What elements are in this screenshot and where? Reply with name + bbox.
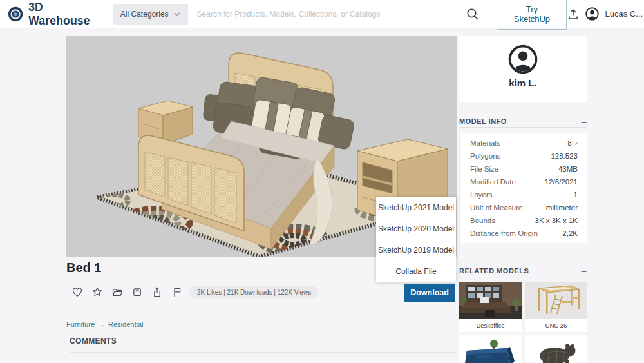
page-title: Bed 1	[66, 260, 101, 275]
download-option-2020[interactable]: SketchUp 2020 Model	[376, 218, 456, 239]
info-value: millimeter	[546, 204, 578, 211]
star-icon	[91, 286, 103, 298]
flag-icon	[171, 286, 183, 298]
share-icon	[151, 286, 163, 298]
warehouse-logo-icon	[8, 6, 23, 23]
section-divider	[459, 277, 587, 277]
categories-label: All Categories	[120, 10, 169, 19]
favorite-button[interactable]	[91, 286, 103, 298]
download-option-2019[interactable]: SketchUp 2019 Model	[376, 239, 456, 260]
info-label: Bounds	[470, 217, 535, 224]
info-value: 3K x 3K x 1K	[535, 217, 578, 224]
model-info-header[interactable]: MODEL INFO –	[459, 116, 587, 126]
info-row-bounds: Bounds 3K x 3K x 1K	[461, 214, 587, 227]
info-row-filesize: File Size 43MB	[461, 162, 587, 175]
model-actions	[71, 286, 183, 298]
related-model-deskoffice[interactable]: Deskoffice	[459, 282, 522, 332]
minus-icon[interactable]: –	[582, 266, 587, 276]
chevron-down-icon	[174, 12, 180, 16]
username-label[interactable]: Lucas C...	[605, 9, 643, 19]
related-models-title: RELATED MODELS	[459, 267, 529, 275]
top-navbar: 3D Warehouse All Categories Try SketchUp	[0, 0, 644, 28]
related-models-header[interactable]: RELATED MODELS –	[459, 266, 587, 276]
model-info-card: Materials 8 › Polygons 128.523 File Size…	[461, 133, 587, 243]
download-button[interactable]: Download	[404, 284, 455, 302]
info-value: 12/6/2021	[545, 178, 578, 186]
info-value: 43MB	[558, 165, 578, 173]
try-sketchup-button[interactable]: Try SketchUp	[497, 0, 567, 30]
info-row-modified: Modified Date 12/6/2021	[461, 175, 587, 188]
info-label: Modified Date	[470, 178, 545, 186]
info-value: 128.523	[551, 152, 578, 160]
heart-icon	[71, 286, 83, 298]
info-label: File Size	[470, 165, 558, 173]
search-icon	[466, 7, 480, 21]
upload-button[interactable]	[567, 8, 580, 21]
brand-logo[interactable]: 3D Warehouse	[8, 1, 102, 28]
report-button[interactable]	[171, 286, 183, 298]
cnc26-thumbnail	[525, 282, 587, 319]
bear-thumbnail	[525, 335, 587, 363]
search-button[interactable]	[466, 7, 480, 21]
related-model-cnc26[interactable]: CNC 26	[525, 282, 587, 332]
reception-desk-thumbnail	[459, 335, 522, 363]
info-value: 2,2K	[562, 230, 578, 237]
categories-dropdown[interactable]: All Categories	[113, 4, 188, 25]
header-user-area: Lucas C...	[567, 7, 644, 21]
info-row-distance: Distance from Origin 2,2K	[461, 227, 587, 240]
info-value: 8	[567, 139, 571, 147]
breadcrumb: Furniture → Residential	[66, 320, 143, 328]
info-label: Layers	[470, 191, 574, 199]
info-row-layers: Layers 1	[461, 188, 587, 201]
section-divider	[459, 127, 587, 128]
chevron-right-icon: ›	[575, 139, 578, 147]
model-info-title: MODEL INFO	[459, 117, 507, 125]
add-to-collection-button[interactable]	[111, 286, 123, 298]
comments-divider	[70, 352, 457, 353]
download-option-2021[interactable]: SketchUp 2021 Model	[376, 197, 456, 218]
related-model-label: Deskoffice	[459, 319, 522, 332]
author-name: kim L.	[509, 77, 536, 88]
info-value: 1	[574, 191, 578, 199]
upload-icon	[567, 8, 580, 21]
stats-badge: 2K Likes | 21K Downloads | 122K Views	[189, 286, 319, 299]
related-model-3[interactable]	[459, 335, 522, 363]
share-button[interactable]	[151, 286, 163, 298]
info-row-materials[interactable]: Materials 8 ›	[461, 136, 587, 150]
related-model-label: CNC 26	[525, 319, 587, 332]
user-avatar-button[interactable]	[585, 7, 599, 21]
download-option-collada[interactable]: Collada File	[376, 260, 456, 282]
author-card[interactable]: kim L.	[459, 36, 587, 102]
info-label: Unit of Measure	[470, 204, 546, 211]
brand-title: 3D Warehouse	[28, 1, 102, 28]
breadcrumb-furniture[interactable]: Furniture	[66, 320, 95, 328]
breadcrumb-residential[interactable]: Residential	[108, 320, 143, 328]
related-models-grid: Deskoffice CNC 26	[459, 282, 587, 363]
deskoffice-thumbnail	[459, 282, 522, 319]
info-row-polygons: Polygons 128.523	[461, 150, 587, 162]
author-avatar-icon	[508, 44, 538, 74]
download-menu: SketchUp 2021 Model SketchUp 2020 Model …	[376, 197, 456, 282]
breadcrumb-arrow-icon: →	[98, 320, 105, 328]
comments-header: COMMENTS	[70, 337, 117, 346]
archive-button[interactable]	[131, 286, 143, 298]
folder-icon	[111, 286, 123, 298]
search-input[interactable]	[188, 4, 461, 25]
info-label: Polygons	[470, 152, 551, 160]
info-label: Materials	[470, 139, 567, 147]
related-model-4[interactable]	[525, 335, 587, 363]
like-button[interactable]	[71, 286, 83, 298]
info-row-unit: Unit of Measure millimeter	[461, 201, 587, 214]
archive-icon	[131, 286, 143, 298]
minus-icon[interactable]: –	[582, 116, 587, 126]
info-label: Distance from Origin	[470, 230, 562, 237]
avatar-icon	[585, 7, 599, 21]
